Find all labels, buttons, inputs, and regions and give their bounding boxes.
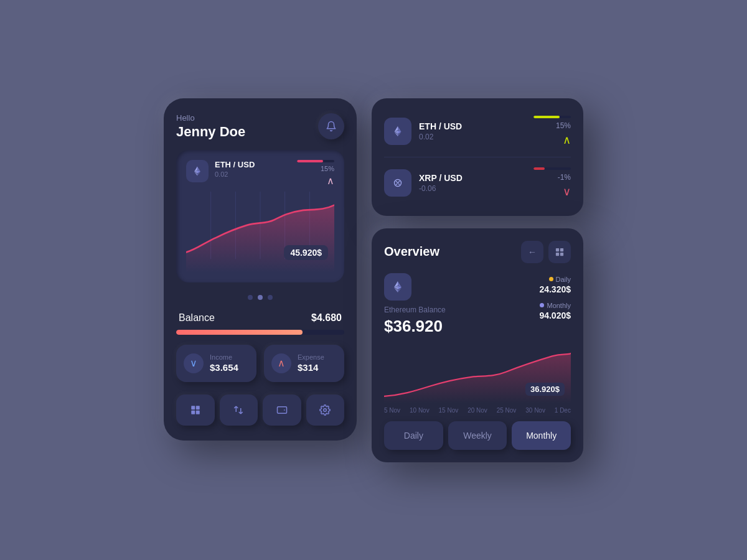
chart-right-info: 15% ∧ (297, 160, 334, 187)
tab-monthly-button[interactable]: Monthly (512, 421, 571, 450)
x-label-4: 25 Nov (497, 407, 517, 414)
overview-header: Overview ← (384, 241, 571, 263)
daily-value: 24.320$ (539, 284, 571, 294)
svg-rect-13 (191, 410, 195, 414)
eth-balance-label: Ethereum Balance (384, 306, 505, 314)
eth-progress (533, 116, 571, 118)
nav-swap-button[interactable] (220, 394, 258, 426)
user-info: Hello Jenny Doe (176, 113, 245, 140)
income-label: Income (210, 353, 238, 361)
eth-details: ETH / USD 0.02 (419, 121, 526, 141)
monthly-stat: Monthly 94.020$ (539, 302, 571, 320)
overview-body: Ethereum Balance $36.920 Daily 24.320$ (384, 273, 571, 336)
chart-price-label: 45.920$ (284, 245, 328, 260)
x-label-5: 30 Nov (525, 407, 545, 414)
xrp-val: -0.06 (419, 184, 526, 193)
xrp-progress (533, 167, 571, 170)
overview-right: Daily 24.320$ Monthly 94.020$ (515, 273, 571, 336)
nav-settings-button[interactable] (306, 394, 345, 426)
income-card: ∨ Income $3.654 (176, 345, 256, 382)
back-button[interactable]: ← (521, 241, 543, 263)
overview-controls: ← (521, 241, 571, 263)
phone-card: Hello Jenny Doe (164, 98, 357, 441)
xrp-details: XRP / USD -0.06 (419, 173, 526, 193)
xrp-trend-icon: ∨ (563, 185, 571, 198)
expense-value: $314 (298, 362, 324, 373)
eth-chart-card: ETH / USD 0.02 15% ∧ (176, 150, 344, 282)
expense-info: Expense $314 (298, 353, 324, 373)
eth-pair-label: ETH / USD (419, 121, 526, 131)
xrp-pair-label: XRP / USD (419, 173, 526, 183)
hello-label: Hello (176, 113, 245, 123)
chart-pair-info: ETH / USD 0.02 (215, 160, 297, 178)
daily-dot (549, 277, 553, 281)
tab-daily-button[interactable]: Daily (384, 421, 443, 450)
phone-header: Hello Jenny Doe (176, 113, 344, 140)
main-container: Hello Jenny Doe (164, 98, 583, 462)
tab-weekly-button[interactable]: Weekly (448, 421, 507, 450)
svg-rect-14 (196, 410, 200, 414)
x-axis-labels: 5 Nov 10 Nov 15 Nov 20 Nov 25 Nov 30 Nov… (384, 407, 571, 414)
daily-label-row: Daily (549, 276, 571, 283)
dot-3 (268, 295, 273, 300)
svg-rect-27 (560, 252, 563, 255)
nav-row (176, 394, 344, 426)
tab-row: Daily Weekly Monthly (384, 421, 571, 450)
balance-section: Balance $4.680 (176, 312, 344, 335)
overview-chart-area: 36.920$ (384, 341, 571, 403)
xrp-icon-box (384, 169, 411, 197)
eth-crypto-item: ETH / USD 0.02 15% ∧ (384, 111, 571, 152)
balance-bar (176, 330, 344, 335)
eth-icon-small (186, 160, 209, 182)
monthly-label-row: Monthly (540, 302, 571, 309)
nav-dashboard-button[interactable] (176, 394, 215, 426)
monthly-dot (540, 303, 544, 307)
user-name: Jenny Doe (176, 124, 245, 140)
eth-percent-label: 15% (556, 121, 571, 130)
trend-up-icon: ∧ (327, 175, 334, 187)
dot-2 (258, 295, 263, 300)
dot-1 (248, 295, 253, 300)
svg-rect-25 (560, 248, 563, 251)
monthly-label: Monthly (547, 302, 571, 309)
xrp-right: -1% ∨ (533, 167, 571, 198)
eth-progress-fill (533, 116, 560, 118)
stats-row: ∨ Income $3.654 ∧ Expense $314 (176, 345, 344, 382)
overview-card: Overview ← (372, 228, 583, 462)
xrp-crypto-item: XRP / USD -0.06 -1% ∨ (384, 157, 571, 203)
income-info: Income $3.654 (210, 353, 238, 373)
eth-balance-value: $36.920 (384, 317, 505, 336)
chart-header: ETH / USD 0.02 15% ∧ (186, 160, 334, 187)
progress-bar-eth (297, 160, 334, 162)
x-label-2: 15 Nov (439, 407, 459, 414)
svg-rect-26 (556, 252, 559, 255)
eth-percent: 15% (321, 165, 334, 172)
nav-wallet-button[interactable] (263, 394, 301, 426)
balance-row: Balance $4.680 (176, 312, 344, 324)
carousel-dots (176, 292, 344, 302)
eth-trend-icon: ∧ (563, 133, 571, 147)
x-label-0: 5 Nov (384, 407, 400, 414)
svg-point-16 (324, 408, 327, 411)
main-chart-area: 45.920$ (186, 192, 334, 273)
eth-icon-overview (384, 273, 411, 301)
expense-label: Expense (298, 353, 324, 361)
right-column: ETH / USD 0.02 15% ∧ (372, 98, 583, 462)
crypto-cards-panel: ETH / USD 0.02 15% ∧ (372, 98, 583, 216)
daily-stat: Daily 24.320$ (539, 276, 571, 294)
eth-val: 0.02 (419, 133, 526, 141)
expense-card: ∧ Expense $314 (264, 345, 344, 382)
income-value: $3.654 (210, 362, 238, 373)
xrp-percent-label: -1% (558, 173, 571, 182)
monthly-value: 94.020$ (539, 310, 571, 320)
expense-icon: ∧ (271, 353, 291, 373)
grid-button[interactable] (548, 241, 571, 263)
daily-label: Daily (556, 276, 571, 283)
svg-rect-15 (277, 406, 286, 413)
svg-rect-24 (556, 248, 559, 251)
pair-label: ETH / USD (215, 160, 297, 169)
notification-button[interactable] (318, 113, 344, 139)
income-icon: ∨ (184, 353, 204, 373)
chart-svg (186, 192, 334, 273)
xrp-progress-fill (533, 167, 545, 170)
